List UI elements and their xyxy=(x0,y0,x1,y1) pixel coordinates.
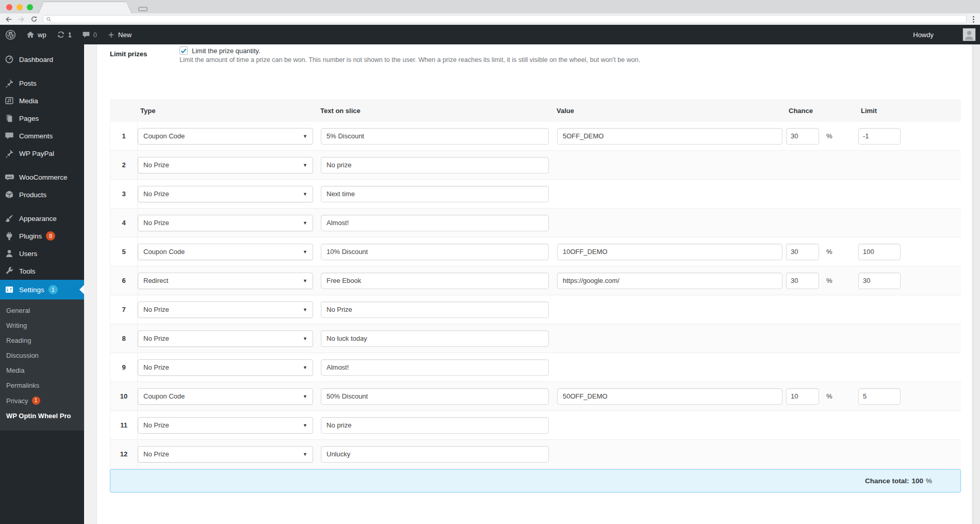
type-select-value: Coupon Code xyxy=(143,132,185,140)
maximize-window-button[interactable] xyxy=(27,4,33,10)
chevron-down-icon: ▼ xyxy=(303,336,307,341)
text-cell xyxy=(321,128,557,145)
type-select[interactable]: No Prize▼ xyxy=(138,186,313,202)
sidebar-subitem-discussion[interactable]: Discussion xyxy=(0,348,84,363)
sidebar-item-woocommerce[interactable]: wooWooCommerce xyxy=(0,168,84,186)
slice-text-input[interactable] xyxy=(321,388,549,405)
prize-value-input[interactable] xyxy=(557,273,782,289)
limit-input[interactable] xyxy=(858,244,901,260)
sidebar-item-users[interactable]: Users xyxy=(0,245,84,262)
updates-item[interactable]: 1 xyxy=(52,25,77,44)
slice-text-input[interactable] xyxy=(321,186,549,202)
sidebar-item-label: Plugins xyxy=(19,232,42,240)
sidebar-item-dashboard[interactable]: Dashboard xyxy=(0,51,84,68)
limit-input[interactable] xyxy=(858,128,901,145)
slice-text-input[interactable] xyxy=(321,301,549,318)
slice-text-input[interactable] xyxy=(321,359,549,376)
type-select-value: Coupon Code xyxy=(143,248,185,256)
slice-text-input[interactable] xyxy=(321,330,549,347)
new-content-button[interactable]: New xyxy=(102,25,137,44)
new-tab-button[interactable] xyxy=(138,7,148,11)
sidebar-item-posts[interactable]: Posts xyxy=(0,74,84,92)
type-select[interactable]: Coupon Code▼ xyxy=(138,388,313,405)
type-select[interactable]: No Prize▼ xyxy=(138,215,313,231)
limit-cell xyxy=(858,273,905,289)
value-cell xyxy=(557,128,786,145)
sidebar-subitem-media-settings[interactable]: Media xyxy=(0,363,84,378)
type-select[interactable]: No Prize▼ xyxy=(138,301,313,318)
pin-icon xyxy=(4,78,14,88)
header-value: Value xyxy=(557,107,786,115)
sidebar-item-pages[interactable]: Pages xyxy=(0,109,84,127)
prize-value-input[interactable] xyxy=(557,388,782,405)
sidebar-item-label: Users xyxy=(19,250,37,258)
site-name-label: wp xyxy=(38,31,46,39)
sidebar-item-tools[interactable]: Tools xyxy=(0,262,84,280)
sidebar-item-plugins[interactable]: Plugins8 xyxy=(0,227,84,245)
sidebar-subitem-general[interactable]: General xyxy=(0,303,84,318)
sidebar-subitem-permalinks[interactable]: Permalinks xyxy=(0,378,84,393)
type-select[interactable]: Coupon Code▼ xyxy=(138,128,313,145)
slice-text-input[interactable] xyxy=(321,128,549,145)
close-window-button[interactable] xyxy=(6,4,12,10)
type-select-value: No Prize xyxy=(143,335,169,342)
prize-value-input[interactable] xyxy=(557,244,782,260)
sidebar-item-comments[interactable]: Comments xyxy=(0,127,84,145)
type-select[interactable]: No Prize▼ xyxy=(138,330,313,347)
type-select[interactable]: No Prize▼ xyxy=(138,446,313,463)
text-cell xyxy=(321,301,557,318)
box-icon xyxy=(4,189,14,200)
limit-input[interactable] xyxy=(858,388,901,405)
chance-cell xyxy=(786,388,820,405)
page-scrollbar[interactable] xyxy=(973,44,980,524)
prize-value-input[interactable] xyxy=(557,128,782,145)
table-row: 1Coupon Code▼% xyxy=(110,122,961,151)
sidebar-item-wp-paypal[interactable]: WP PayPal xyxy=(0,145,84,162)
slice-text-input[interactable] xyxy=(321,157,549,173)
chance-input[interactable] xyxy=(786,273,819,289)
type-select[interactable]: No Prize▼ xyxy=(138,359,313,376)
minimize-window-button[interactable] xyxy=(17,4,23,10)
sidebar-subitem-writing[interactable]: Writing xyxy=(0,318,84,333)
sidebar-subitem-wp-optin-wheel-pro[interactable]: WP Optin Wheel Pro xyxy=(0,408,84,423)
table-row: 6Redirect▼% xyxy=(110,266,961,295)
site-name-item[interactable]: wp xyxy=(21,25,52,44)
slice-text-input[interactable] xyxy=(321,215,549,231)
chance-input[interactable] xyxy=(786,128,819,145)
row-number: 9 xyxy=(110,353,138,382)
type-cell: No Prize▼ xyxy=(138,330,321,347)
slice-text-input[interactable] xyxy=(321,446,549,463)
reload-button[interactable] xyxy=(30,15,38,23)
chance-input[interactable] xyxy=(786,244,819,260)
forward-button[interactable] xyxy=(17,15,25,23)
sidebar-item-appearance[interactable]: Appearance xyxy=(0,210,84,227)
slice-text-input[interactable] xyxy=(321,244,549,260)
type-select[interactable]: No Prize▼ xyxy=(138,157,313,173)
header-chance: Chance xyxy=(786,107,820,115)
limit-input[interactable] xyxy=(858,273,901,289)
address-bar[interactable] xyxy=(43,15,967,23)
slice-text-input[interactable] xyxy=(321,273,549,289)
type-select[interactable]: No Prize▼ xyxy=(138,417,313,434)
browser-menu-button[interactable] xyxy=(971,16,976,23)
limit-prizes-checkbox[interactable] xyxy=(179,46,188,55)
sidebar-subitem-reading[interactable]: Reading xyxy=(0,333,84,348)
type-select-value: No Prize xyxy=(143,219,169,227)
text-cell xyxy=(321,359,557,376)
sidebar-item-media[interactable]: Media xyxy=(0,92,84,109)
sidebar-subitem-privacy[interactable]: Privacy1 xyxy=(0,393,84,408)
avatar[interactable] xyxy=(962,28,976,41)
sidebar-item-products[interactable]: Products xyxy=(0,186,84,203)
slice-text-input[interactable] xyxy=(321,417,549,434)
type-select-value: Coupon Code xyxy=(143,392,185,400)
type-select-value: No Prize xyxy=(143,306,169,313)
chance-input[interactable] xyxy=(786,388,819,405)
browser-tab[interactable] xyxy=(39,2,132,13)
back-button[interactable] xyxy=(4,15,12,23)
howdy-menu[interactable]: Howdy xyxy=(908,31,939,39)
comments-item[interactable]: 0 xyxy=(77,25,102,44)
sidebar-item-settings[interactable]: Settings1 xyxy=(0,280,84,299)
type-select[interactable]: Coupon Code▼ xyxy=(138,244,313,260)
type-select[interactable]: Redirect▼ xyxy=(138,273,313,289)
wp-logo-button[interactable] xyxy=(0,25,21,44)
